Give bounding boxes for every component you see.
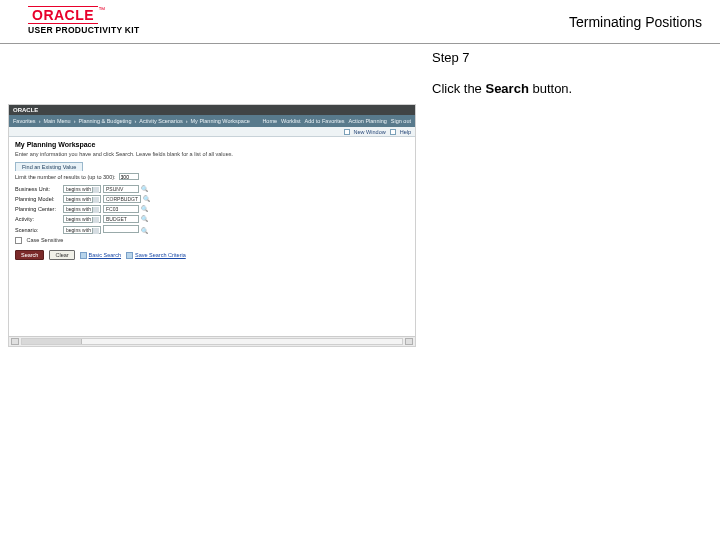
- link-help[interactable]: Help: [400, 129, 411, 135]
- oracle-logo: ORACLE™ USER PRODUCTIVITY KIT: [28, 6, 139, 35]
- input-planning-center[interactable]: FC03: [103, 205, 139, 213]
- label-business-unit: Business Unit:: [15, 185, 63, 195]
- step-text-bold: Search: [485, 81, 528, 96]
- lookup-icon[interactable]: 🔍: [141, 206, 148, 213]
- input-business-unit[interactable]: PSUNV: [103, 185, 139, 193]
- input-activity[interactable]: BUDGET: [103, 215, 139, 223]
- header-right-links: Home Worklist Add to Favorites Action Pl…: [262, 118, 411, 124]
- search-form: Business Unit: begins with PSUNV🔍 Planni…: [15, 185, 152, 246]
- tab-find-existing-value[interactable]: Find an Existing Value: [15, 162, 83, 171]
- lookup-icon[interactable]: 🔍: [141, 186, 148, 193]
- crumb-main-menu[interactable]: Main Menu: [43, 118, 70, 124]
- op-scenario[interactable]: begins with: [63, 226, 101, 234]
- op-planning-model[interactable]: begins with: [63, 195, 101, 203]
- input-planning-model[interactable]: CORPBUDGT: [103, 195, 141, 203]
- step-label: Step 7: [432, 50, 706, 65]
- lookup-icon[interactable]: 🔍: [141, 228, 148, 235]
- search-button[interactable]: Search: [15, 250, 44, 260]
- op-activity[interactable]: begins with: [63, 215, 101, 223]
- link-add-to-favorites[interactable]: Add to Favorites: [305, 118, 345, 124]
- tabstrip: Find an Existing Value: [15, 161, 409, 170]
- embedded-app-column: ORACLE Favorites › Main Menu › Planning …: [0, 44, 420, 347]
- op-planning-center[interactable]: begins with: [63, 205, 101, 213]
- basic-search-icon: [80, 252, 87, 259]
- crumb-planning-budgeting[interactable]: Planning & Budgeting: [79, 118, 132, 124]
- trademark: ™: [98, 6, 105, 13]
- link-basic-search[interactable]: Basic Search: [80, 252, 121, 259]
- page-hint: Enter any information you have and click…: [15, 151, 409, 157]
- link-save-search-criteria[interactable]: Save Search Criteria: [126, 252, 186, 259]
- app-subbar: New Window Help: [9, 127, 415, 137]
- label-planning-model: Planning Model:: [15, 195, 63, 205]
- help-icon[interactable]: [390, 129, 396, 135]
- link-action-planning[interactable]: Action Planning: [349, 118, 387, 124]
- crumb-activity-scenarios[interactable]: Activity Scenarios: [139, 118, 182, 124]
- app-body: My Planning Workspace Enter any informat…: [9, 137, 415, 336]
- upk-header: ORACLE™ USER PRODUCTIVITY KIT Terminatin…: [0, 0, 720, 44]
- input-scenario[interactable]: [103, 225, 139, 233]
- breadcrumb: Favorites › Main Menu › Planning & Budge…: [13, 118, 250, 124]
- checkbox-case-sensitive[interactable]: [15, 237, 22, 244]
- save-search-icon: [126, 252, 133, 259]
- page-title: Terminating Positions: [569, 14, 702, 30]
- lookup-icon[interactable]: 🔍: [143, 196, 150, 203]
- app-logo: ORACLE: [13, 107, 38, 113]
- label-case-sensitive: Case Sensitive: [27, 237, 64, 243]
- scroll-left-button[interactable]: [11, 338, 19, 345]
- button-row: Search Clear Basic Search Save Search Cr…: [15, 250, 409, 260]
- limit-row: Limit the number of results to (up to 30…: [15, 173, 409, 180]
- main-area: ORACLE Favorites › Main Menu › Planning …: [0, 44, 720, 347]
- app-topbar: ORACLE: [9, 105, 415, 115]
- step-text: Click the Search button.: [432, 81, 706, 96]
- horizontal-scrollbar[interactable]: [9, 336, 415, 346]
- scroll-thumb[interactable]: [22, 339, 82, 344]
- app-menubar: Favorites › Main Menu › Planning & Budge…: [9, 115, 415, 127]
- page-heading: My Planning Workspace: [15, 141, 409, 148]
- label-scenario: Scenario:: [15, 225, 63, 237]
- link-home[interactable]: Home: [262, 118, 277, 124]
- instruction-panel: Step 7 Click the Search button.: [420, 44, 720, 96]
- crumb-my-planning-workspace[interactable]: My Planning Workspace: [191, 118, 250, 124]
- limit-input[interactable]: [119, 173, 139, 180]
- scroll-track[interactable]: [21, 338, 403, 345]
- upk-subtitle: USER PRODUCTIVITY KIT: [28, 26, 139, 35]
- label-activity: Activity:: [15, 215, 63, 225]
- new-window-icon[interactable]: [344, 129, 350, 135]
- link-worklist[interactable]: Worklist: [281, 118, 300, 124]
- link-sign-out[interactable]: Sign out: [391, 118, 411, 124]
- scroll-right-button[interactable]: [405, 338, 413, 345]
- oracle-wordmark: ORACLE: [28, 6, 98, 24]
- op-business-unit[interactable]: begins with: [63, 185, 101, 193]
- lookup-icon[interactable]: 🔍: [141, 216, 148, 223]
- limit-label: Limit the number of results to (up to 30…: [15, 174, 116, 180]
- embedded-app-frame: ORACLE Favorites › Main Menu › Planning …: [8, 104, 416, 347]
- link-new-window[interactable]: New Window: [354, 129, 386, 135]
- crumb-favorites[interactable]: Favorites: [13, 118, 36, 124]
- label-planning-center: Planning Center:: [15, 205, 63, 215]
- clear-button[interactable]: Clear: [49, 250, 74, 260]
